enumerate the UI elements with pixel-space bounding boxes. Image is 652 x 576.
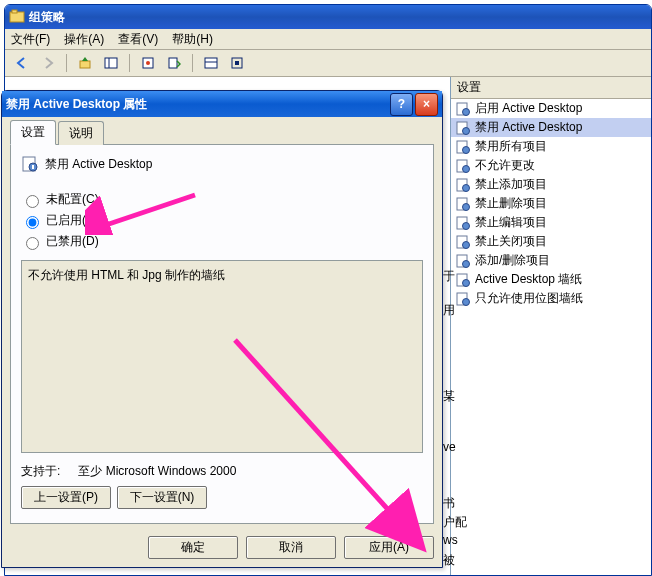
- right-pane: 设置 启用 Active Desktop禁用 Active Desktop禁用所…: [450, 77, 651, 575]
- previous-setting-button[interactable]: 上一设置(P): [21, 486, 111, 509]
- svg-rect-36: [32, 165, 34, 169]
- list-item-label: 禁止添加项目: [475, 176, 547, 193]
- list-item[interactable]: 禁止关闭项目: [451, 232, 651, 251]
- right-pane-header: 设置: [451, 77, 651, 99]
- peek-text: ve: [443, 440, 456, 454]
- tab-settings[interactable]: 设置: [10, 120, 56, 145]
- cancel-button[interactable]: 取消: [246, 536, 336, 559]
- back-button[interactable]: [11, 52, 33, 74]
- list-item-label: 禁用 Active Desktop: [475, 119, 582, 136]
- peek-text: 被: [443, 552, 455, 569]
- menu-view[interactable]: 查看(V): [118, 31, 158, 48]
- list-item-label: 启用 Active Desktop: [475, 100, 582, 117]
- properties-button[interactable]: [137, 52, 159, 74]
- radio-group: 未配置(C) 已启用(E) 已禁用(D): [21, 191, 423, 250]
- peek-text: 户配: [443, 514, 467, 531]
- policy-item-icon: [455, 158, 471, 174]
- list-item[interactable]: 不允许更改: [451, 156, 651, 175]
- list-item-label: 禁止编辑项目: [475, 214, 547, 231]
- menu-help[interactable]: 帮助(H): [172, 31, 213, 48]
- svg-point-21: [463, 184, 470, 191]
- svg-point-33: [463, 298, 470, 305]
- dialog-body: 设置 说明 禁用 Active Desktop 未配置(C) 已启用(E) 已禁…: [2, 117, 442, 532]
- svg-rect-1: [12, 10, 17, 13]
- peek-text: 书: [443, 495, 455, 512]
- dialog-buttons: 确定 取消 应用(A): [2, 532, 442, 567]
- list-item-label: 禁用所有项目: [475, 138, 547, 155]
- toolbar-sep: [192, 54, 193, 72]
- radio-not-configured-input[interactable]: [26, 195, 39, 208]
- policy-item-icon: [455, 215, 471, 231]
- peek-text: 用: [443, 302, 455, 319]
- main-titlebar: 组策略: [5, 5, 651, 29]
- list-item-label: 不允许更改: [475, 157, 535, 174]
- radio-disabled[interactable]: 已禁用(D): [21, 233, 423, 250]
- tabstrip: 设置 说明: [10, 123, 434, 145]
- menu-file[interactable]: 文件(F): [11, 31, 50, 48]
- radio-label: 已启用(E): [46, 212, 98, 229]
- svg-rect-3: [105, 58, 117, 68]
- export-list-button[interactable]: [163, 52, 185, 74]
- list-item[interactable]: 禁用所有项目: [451, 137, 651, 156]
- svg-point-25: [463, 222, 470, 229]
- toolbar-sep: [66, 54, 67, 72]
- svg-rect-8: [205, 58, 217, 68]
- radio-enabled[interactable]: 已启用(E): [21, 212, 423, 229]
- nav-buttons: 上一设置(P) 下一设置(N): [21, 486, 423, 509]
- radio-label: 未配置(C): [46, 191, 99, 208]
- list-item[interactable]: 禁止删除项目: [451, 194, 651, 213]
- ok-button[interactable]: 确定: [148, 536, 238, 559]
- list-item[interactable]: 只允许使用位图墙纸: [451, 289, 651, 308]
- policy-item-icon: [455, 196, 471, 212]
- list-item[interactable]: 禁用 Active Desktop: [451, 118, 651, 137]
- filter-button[interactable]: [200, 52, 222, 74]
- right-pane-items: 启用 Active Desktop禁用 Active Desktop禁用所有项目…: [451, 99, 651, 575]
- peek-text: 某: [443, 388, 455, 405]
- radio-enabled-input[interactable]: [26, 216, 39, 229]
- list-item[interactable]: 启用 Active Desktop: [451, 99, 651, 118]
- show-hide-tree-button[interactable]: [100, 52, 122, 74]
- list-item[interactable]: 禁止添加项目: [451, 175, 651, 194]
- help-button[interactable]: ?: [390, 93, 413, 116]
- app-icon: [9, 9, 25, 25]
- properties-dialog: 禁用 Active Desktop 属性 ? × 设置 说明 禁用 Active…: [1, 90, 443, 568]
- list-item-label: 添加/删除项目: [475, 252, 550, 269]
- peek-text: ws: [443, 533, 458, 547]
- svg-point-6: [146, 61, 150, 65]
- apply-button[interactable]: 应用(A): [344, 536, 434, 559]
- supported-value: 至少 Microsoft Windows 2000: [78, 463, 236, 480]
- policy-item-icon: [455, 234, 471, 250]
- policy-name: 禁用 Active Desktop: [45, 156, 152, 173]
- list-item[interactable]: 禁止编辑项目: [451, 213, 651, 232]
- list-item[interactable]: 添加/删除项目: [451, 251, 651, 270]
- next-setting-button[interactable]: 下一设置(N): [117, 486, 207, 509]
- radio-not-configured[interactable]: 未配置(C): [21, 191, 423, 208]
- dialog-title: 禁用 Active Desktop 属性: [6, 96, 147, 113]
- toolbar: [5, 50, 651, 77]
- svg-rect-7: [169, 58, 177, 68]
- policy-item-icon: [455, 253, 471, 269]
- menubar: 文件(F) 操作(A) 查看(V) 帮助(H): [5, 29, 651, 50]
- svg-point-31: [463, 279, 470, 286]
- tab-explain[interactable]: 说明: [58, 121, 104, 145]
- menu-action[interactable]: 操作(A): [64, 31, 104, 48]
- policy-item-icon: [455, 272, 471, 288]
- close-button[interactable]: ×: [415, 93, 438, 116]
- up-button[interactable]: [74, 52, 96, 74]
- supported-row: 支持于: 至少 Microsoft Windows 2000: [21, 463, 423, 480]
- tab-page-settings: 禁用 Active Desktop 未配置(C) 已启用(E) 已禁用(D) 不…: [10, 144, 434, 524]
- policy-item-icon: [455, 120, 471, 136]
- list-item-label: 禁止删除项目: [475, 195, 547, 212]
- tools-button[interactable]: [226, 52, 248, 74]
- policy-item-icon: [455, 291, 471, 307]
- peek-text: 于: [443, 268, 455, 285]
- svg-point-17: [463, 146, 470, 153]
- svg-rect-2: [80, 61, 90, 68]
- description-box: 不允许使用 HTML 和 Jpg 制作的墙纸: [21, 260, 423, 453]
- svg-point-23: [463, 203, 470, 210]
- list-item[interactable]: Active Desktop 墙纸: [451, 270, 651, 289]
- forward-button[interactable]: [37, 52, 59, 74]
- svg-point-19: [463, 165, 470, 172]
- svg-point-13: [463, 108, 470, 115]
- radio-disabled-input[interactable]: [26, 237, 39, 250]
